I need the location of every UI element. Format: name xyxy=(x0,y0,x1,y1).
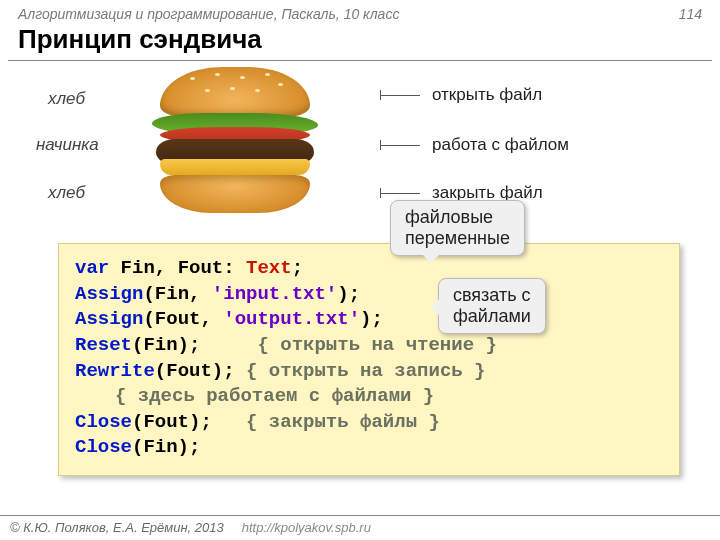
copyright: © К.Ю. Поляков, Е.А. Ерёмин, 2013 xyxy=(10,520,224,535)
divider xyxy=(8,60,712,61)
code-line-1: var Fin, Fout: Text; xyxy=(75,256,663,282)
slide-header: Алгоритмизация и программирование, Паска… xyxy=(0,0,720,24)
sandwich-diagram: хлеб начинка хлеб открыть файл работа с … xyxy=(0,65,720,235)
callout-file-vars: файловые переменные xyxy=(390,200,525,256)
bracket-icon xyxy=(380,186,420,200)
slide-title: Принцип сэндвича xyxy=(0,24,720,57)
callout-tail-icon xyxy=(421,253,441,273)
label-bread-bottom: хлеб xyxy=(48,183,85,203)
code-line-4: Reset(Fin); { открыть на чтение } xyxy=(75,333,663,359)
code-line-2: Assign(Fin, 'input.txt'); xyxy=(75,282,663,308)
page-number: 114 xyxy=(679,6,702,22)
code-line-7: Close(Fout); { закрыть файлы } xyxy=(75,410,663,436)
callout-assign-text: связать с файлами xyxy=(453,285,531,327)
slide-footer: © К.Ю. Поляков, Е.А. Ерёмин, 2013 http:/… xyxy=(0,515,720,540)
label-bread-top: хлеб xyxy=(48,89,85,109)
label-filling: начинка xyxy=(36,135,99,155)
code-line-8: Close(Fin); xyxy=(75,435,663,461)
bracket-icon xyxy=(380,138,420,152)
callout-file-vars-text: файловые переменные xyxy=(405,207,510,249)
callout-tail-icon xyxy=(421,297,441,317)
callout-assign: связать с файлами xyxy=(438,278,546,334)
label-work-file: работа с файлом xyxy=(380,135,569,155)
burger-icon xyxy=(130,67,340,227)
code-line-6: { здесь работаем с файлами } xyxy=(75,384,663,410)
label-open-file: открыть файл xyxy=(380,85,542,105)
label-work-file-text: работа с файлом xyxy=(432,135,569,155)
footer-url: http://kpolyakov.spb.ru xyxy=(242,520,371,535)
code-line-3: Assign(Fout, 'output.txt'); xyxy=(75,307,663,333)
label-open-file-text: открыть файл xyxy=(432,85,542,105)
code-line-5: Rewrite(Fout); { открыть на запись } xyxy=(75,359,663,385)
course-name: Алгоритмизация и программирование, Паска… xyxy=(18,6,399,22)
code-listing: var Fin, Fout: Text; Assign(Fin, 'input.… xyxy=(58,243,680,476)
bracket-icon xyxy=(380,88,420,102)
